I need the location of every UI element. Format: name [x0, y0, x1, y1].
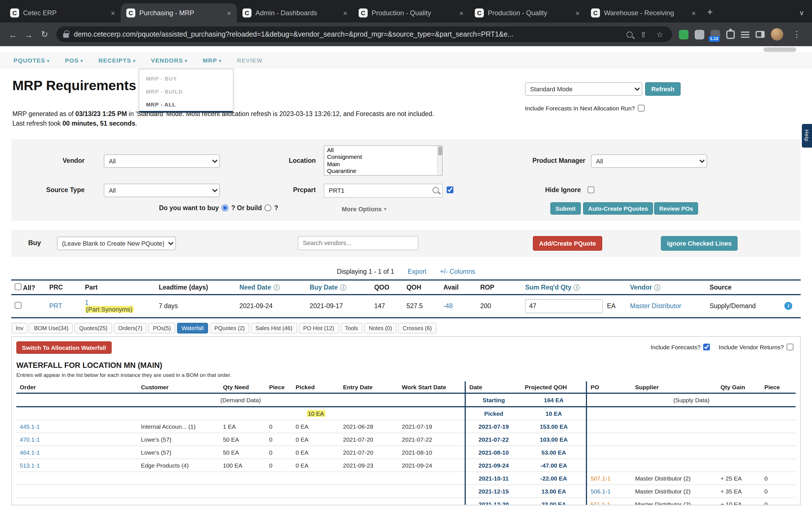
profile-avatar[interactable] [771, 28, 783, 41]
tab-close-icon[interactable]: × [341, 8, 350, 18]
nav-item-mrp[interactable]: MRP ▾ [203, 57, 221, 64]
row-select-checkbox[interactable] [15, 302, 21, 309]
location-option[interactable]: All [324, 146, 442, 153]
more-options[interactable]: More Options ▾ [342, 205, 387, 212]
prcpart-search-icon[interactable] [433, 187, 439, 193]
order-link[interactable]: 470.1-1 [20, 436, 40, 443]
avail-link[interactable]: -48 [443, 302, 453, 309]
bookmark-star-icon[interactable]: ☆ [654, 30, 665, 39]
mode-select[interactable]: Standard Mode [525, 82, 642, 96]
vendor-header-cell[interactable]: Vendori [627, 280, 706, 294]
tab-close-icon[interactable]: × [457, 8, 466, 18]
browser-tab[interactable]: CProduction - Quality× [469, 3, 585, 22]
extensions-puzzle-icon[interactable] [726, 30, 735, 39]
part-subtab[interactable]: Waterfall [177, 323, 208, 333]
forward-icon[interactable]: → [21, 30, 36, 39]
browser-tab[interactable]: CPurchasing - MRP× [121, 3, 237, 22]
mrp-menu-item[interactable]: MRP - ALL [139, 98, 233, 111]
part-subtab[interactable]: Crosses (6) [398, 323, 436, 333]
location-option[interactable]: Consignment [324, 153, 442, 160]
tab-close-icon[interactable]: × [225, 8, 234, 18]
row-info-icon[interactable]: i [784, 302, 792, 310]
reload-icon[interactable]: ↻ [37, 29, 52, 40]
part-subtab[interactable]: Tools [340, 323, 363, 333]
order-link[interactable]: 464.1-1 [20, 449, 40, 455]
browser-tab[interactable]: CCetec ERP× [4, 3, 121, 22]
location-listbox[interactable]: AllConsignmentMainQuarantine [324, 145, 443, 175]
back-icon[interactable]: ← [6, 30, 20, 39]
prc-link[interactable]: PRT [49, 302, 62, 309]
part-subtab[interactable]: PO Hist (12) [299, 323, 339, 333]
nav-item-pquotes[interactable]: PQUOTES ▾ [13, 57, 50, 64]
nav-item-vendors[interactable]: VENDORS ▾ [151, 57, 188, 64]
sum-req-qty-input[interactable] [525, 299, 603, 313]
page-scrollbar-thumb[interactable] [763, 47, 796, 52]
lock-icon[interactable] [63, 33, 69, 38]
order-link[interactable]: 445.1-1 [20, 423, 40, 430]
tab-close-icon[interactable]: × [109, 8, 117, 18]
auto-create-pquotes-button[interactable]: Auto-Create PQuotes [583, 202, 653, 214]
buy-radio[interactable] [221, 204, 229, 211]
part-subtab[interactable]: Inv [11, 323, 28, 333]
part-subtab[interactable]: Sales Hist (46) [251, 323, 297, 333]
tab-close-icon[interactable]: × [689, 8, 698, 18]
part-subtab[interactable]: PQuotes (2) [210, 323, 249, 333]
review-pos-button[interactable]: Review POs [654, 202, 698, 214]
refresh-button[interactable]: Refresh [645, 82, 680, 96]
part-synonyms[interactable]: (Part Synonyms) [85, 306, 133, 313]
vendor-search-input[interactable] [298, 236, 418, 250]
part-subtab[interactable]: BOM Use(34) [30, 323, 73, 333]
location-option[interactable]: Main [324, 160, 442, 167]
side-panel-icon[interactable] [756, 31, 765, 38]
share-icon[interactable]: ⇧ [638, 30, 649, 39]
part-link[interactable]: 1 [85, 299, 89, 306]
part-subtab[interactable]: Quotes(25) [75, 323, 112, 333]
browser-tab[interactable]: CProduction - Quality× [353, 3, 469, 22]
prcpart-exact-checkbox[interactable] [447, 186, 453, 193]
address-bar[interactable]: demo.cetecerp.com/pquote/assisted_purcha… [56, 26, 672, 42]
extension-icon[interactable] [695, 30, 704, 39]
include-forecasts-checkbox[interactable] [703, 343, 710, 350]
forecast-toggle-checkbox[interactable] [638, 105, 645, 112]
zoom-icon[interactable] [626, 31, 633, 38]
mrp-menu-item[interactable]: MRP - BUILD [139, 85, 233, 98]
source-type-select[interactable]: All [104, 183, 220, 197]
part-subtab[interactable]: Notes (0) [364, 323, 396, 333]
buy-date-header-cell[interactable]: Buy Datei [306, 280, 371, 294]
columns-link[interactable]: +/- Columns [440, 268, 475, 275]
reading-list-icon[interactable] [741, 31, 749, 38]
tab-search-icon[interactable]: ∨ [791, 9, 812, 22]
browser-tab[interactable]: CAdmin - Dashboards× [237, 3, 353, 22]
export-link[interactable]: Export [408, 268, 426, 275]
product-manager-select[interactable]: All [591, 154, 707, 168]
nav-item-pos[interactable]: POS ▾ [65, 57, 84, 64]
new-tab-button[interactable]: + [702, 7, 718, 22]
extension-icon[interactable]: 1.13 [711, 30, 720, 39]
part-subtab[interactable]: POs(5) [149, 323, 175, 333]
menu-kebab-icon[interactable]: ⋮ [790, 29, 804, 40]
build-radio[interactable] [265, 204, 271, 211]
sum-req-qty-header-cell[interactable]: Sum Req'd Qtyi [522, 280, 627, 294]
order-link[interactable]: 513.1-1 [20, 462, 40, 468]
nav-item-review[interactable]: REVIEW [237, 57, 262, 64]
mrp-menu-item[interactable]: MRP - BUY [139, 72, 233, 85]
browser-tab[interactable]: CWarehouse - Receiving× [585, 3, 702, 22]
include-vendor-returns-checkbox[interactable] [786, 343, 794, 350]
part-subtab[interactable]: Orders(7) [114, 323, 147, 333]
help-tab[interactable]: Help [802, 124, 812, 148]
tab-close-icon[interactable]: × [573, 8, 582, 18]
switch-to-allocation-waterfall-button[interactable]: Switch To Allocation Waterfall [16, 341, 112, 353]
prcpart-input[interactable] [324, 183, 443, 198]
po-link[interactable]: 506.1-1 [591, 488, 611, 494]
need-date-header-cell[interactable]: Need Datei [236, 280, 306, 294]
select-all-checkbox[interactable] [15, 283, 21, 290]
pquote-select[interactable]: (Leave Blank to Create New PQuote) [57, 236, 176, 250]
submit-button[interactable]: Submit [550, 202, 580, 214]
ignore-checked-lines-button[interactable]: Ignore Checked Lines [661, 236, 738, 250]
location-option[interactable]: Quarantine [324, 168, 442, 175]
vendor-select[interactable]: All [104, 154, 220, 168]
po-link[interactable]: 507.1-1 [591, 474, 611, 482]
add-create-pquote-button[interactable]: Add/Create PQuote [533, 236, 602, 250]
vendor-link[interactable]: Master Distributor [630, 302, 681, 309]
po-link[interactable]: 511.1-1 [591, 501, 610, 505]
